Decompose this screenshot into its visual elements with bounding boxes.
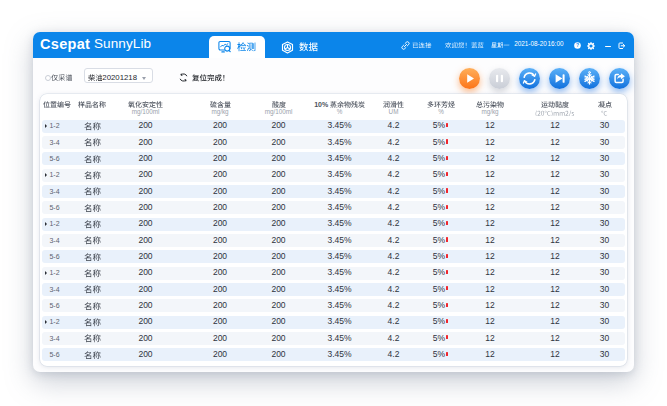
- svg-text:?: ?: [576, 42, 579, 48]
